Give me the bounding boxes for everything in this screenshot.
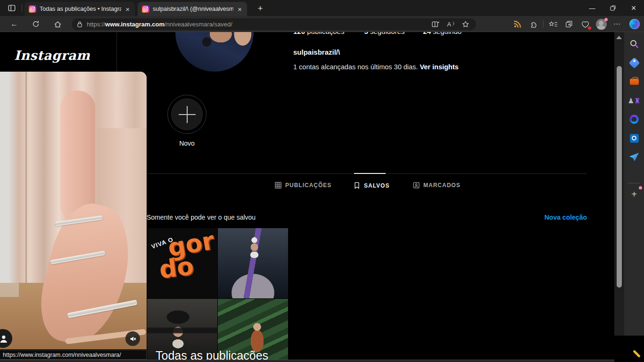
tagged-person-icon bbox=[413, 182, 420, 189]
split-screen-icon[interactable] bbox=[431, 20, 439, 28]
sidebar-m365-icon[interactable] bbox=[628, 113, 640, 125]
url-path: /nniveaalvesmara/saved/ bbox=[165, 21, 232, 28]
tab-divider bbox=[22, 4, 22, 12]
grid-icon bbox=[275, 182, 281, 189]
tab-strip: Todas as publicações • Instagram × sulpa… bbox=[0, 0, 644, 16]
url-text[interactable]: https://www.instagram.com/nniveaalvesmar… bbox=[87, 21, 431, 28]
taskbar-edge bbox=[0, 360, 615, 362]
toolbox-icon bbox=[630, 79, 639, 85]
home-icon bbox=[54, 20, 62, 28]
new-highlight-circle bbox=[171, 99, 203, 130]
page-scrollbar[interactable] bbox=[614, 32, 624, 336]
video-leg bbox=[60, 90, 95, 222]
close-tab-icon[interactable]: × bbox=[237, 6, 243, 13]
minimize-button[interactable]: — bbox=[582, 0, 603, 16]
home-button[interactable] bbox=[51, 18, 64, 30]
profile-avatar-button[interactable] bbox=[593, 17, 609, 31]
saved-thumb-suit-man[interactable] bbox=[218, 228, 288, 298]
sidebar-separator bbox=[628, 183, 640, 183]
insights-link[interactable]: Ver insights bbox=[420, 63, 458, 71]
m365-loop-icon bbox=[629, 115, 639, 124]
workspaces-button[interactable] bbox=[6, 3, 18, 13]
copilot-icon bbox=[629, 19, 640, 29]
url-scheme: https:// bbox=[87, 21, 105, 28]
favorites-bar-icon[interactable] bbox=[545, 17, 561, 31]
close-button[interactable]: × bbox=[623, 0, 644, 16]
gold-mark bbox=[633, 350, 641, 358]
outlook-icon bbox=[630, 134, 639, 143]
profile-username: sulpaisbrazil/\ bbox=[293, 48, 340, 56]
instagram-favicon bbox=[29, 5, 36, 13]
edge-sidebar: ♟♜ + bbox=[624, 32, 644, 336]
sidebar-drop-icon[interactable] bbox=[628, 151, 640, 163]
back-button[interactable]: ← bbox=[8, 18, 21, 30]
status-bar-link: https://www.instagram.com/nniveaalvesmar… bbox=[0, 350, 147, 360]
settings-more-button[interactable]: ⋯ bbox=[609, 17, 625, 31]
scrollbar-thumb[interactable] bbox=[617, 66, 622, 288]
tab-marcados-label: MARCADOS bbox=[423, 182, 461, 189]
read-aloud-icon[interactable]: A bbox=[447, 21, 454, 28]
video-fabric-seam bbox=[25, 72, 27, 293]
video-preview-overlay[interactable] bbox=[0, 72, 147, 349]
collections-icon[interactable] bbox=[561, 17, 577, 31]
toolbar-right-icons: ⋯ bbox=[510, 16, 644, 32]
mute-button[interactable] bbox=[125, 331, 140, 346]
sidebar-search-icon[interactable] bbox=[628, 38, 640, 50]
workspaces-icon bbox=[8, 4, 16, 12]
close-tab-icon[interactable]: × bbox=[124, 6, 131, 13]
plus-icon bbox=[179, 106, 196, 123]
chess-rook-icon: ♜ bbox=[634, 97, 640, 104]
sidebar-tools-icon[interactable] bbox=[628, 75, 640, 88]
price-tag-icon bbox=[628, 57, 640, 68]
tab-sulpaisbrazil-active[interactable]: sulpaisbrazil/\ (@nniveaalvesmar × bbox=[138, 2, 247, 16]
ellipsis-icon: ⋯ bbox=[613, 20, 621, 28]
lock-icon[interactable] bbox=[76, 21, 83, 28]
instagram-favicon bbox=[142, 5, 149, 13]
rss-feed-icon[interactable] bbox=[510, 17, 526, 31]
address-bar[interactable]: https://www.instagram.com/nniveaalvesmar… bbox=[72, 18, 476, 30]
saved-privacy-note: Somente você pode ver o que salvou bbox=[147, 214, 256, 221]
favorite-star-icon[interactable] bbox=[462, 20, 470, 28]
new-collection-link[interactable]: Nova coleção bbox=[545, 214, 587, 221]
browser-toolbar: ← https://www.instagram.com/nniveaalvesm… bbox=[0, 16, 644, 32]
address-bar-actions: A bbox=[431, 20, 470, 28]
tab-title: sulpaisbrazil/\ (@nniveaalvesmar bbox=[153, 6, 233, 12]
saved-thumb-gordo[interactable]: VIVA O gor do bbox=[147, 228, 217, 298]
saved-collection-grid[interactable]: VIVA O gor do bbox=[147, 228, 288, 362]
instagram-logo[interactable]: Instagram bbox=[14, 48, 90, 63]
insights-line: 1 contas alcançadas nos últimos 30 dias.… bbox=[293, 63, 459, 71]
toolbar-separator bbox=[543, 20, 544, 28]
chess-pawn-icon: ♟ bbox=[628, 97, 634, 104]
new-highlight-label: Novo bbox=[167, 140, 206, 147]
notification-dot bbox=[604, 18, 608, 21]
new-highlight-button[interactable] bbox=[167, 95, 206, 134]
bookmark-icon bbox=[354, 182, 360, 189]
notification-dot bbox=[639, 186, 642, 189]
window-controls: — × bbox=[582, 0, 644, 16]
refresh-icon bbox=[32, 20, 40, 28]
tab-salvos[interactable]: SALVOS bbox=[354, 182, 389, 189]
tab-publicacoes[interactable]: PUBLICAÇÕES bbox=[275, 182, 331, 189]
browser-essentials-icon[interactable] bbox=[577, 17, 593, 31]
extensions-icon[interactable] bbox=[526, 17, 542, 31]
sidebar-divider bbox=[116, 33, 117, 72]
paper-plane-icon bbox=[629, 153, 639, 161]
tab-salvos-label: SALVOS bbox=[364, 182, 389, 189]
scroll-up-arrow[interactable] bbox=[616, 36, 622, 39]
tab-todas-publicacoes[interactable]: Todas as publicações • Instagram × bbox=[25, 2, 135, 16]
sidebar-games-icon[interactable]: ♟♜ bbox=[628, 94, 640, 107]
restore-icon bbox=[610, 5, 616, 11]
sidebar-shopping-icon[interactable] bbox=[628, 57, 640, 69]
copilot-button[interactable] bbox=[625, 17, 644, 31]
gordo-big-text-2: do bbox=[158, 256, 195, 280]
url-domain: www.instagram.com bbox=[105, 21, 165, 28]
plus-icon: + bbox=[631, 189, 637, 200]
restore-button[interactable] bbox=[603, 0, 623, 16]
new-tab-button[interactable]: + bbox=[254, 2, 267, 15]
person-icon bbox=[0, 334, 7, 343]
refresh-button[interactable] bbox=[29, 18, 42, 30]
tab-marcados[interactable]: MARCADOS bbox=[413, 182, 461, 189]
browser-window: Instagram 120 publicações 3 seguidores 2… bbox=[0, 0, 644, 362]
sidebar-add-button[interactable]: + bbox=[628, 188, 640, 200]
sidebar-outlook-icon[interactable] bbox=[628, 132, 640, 144]
